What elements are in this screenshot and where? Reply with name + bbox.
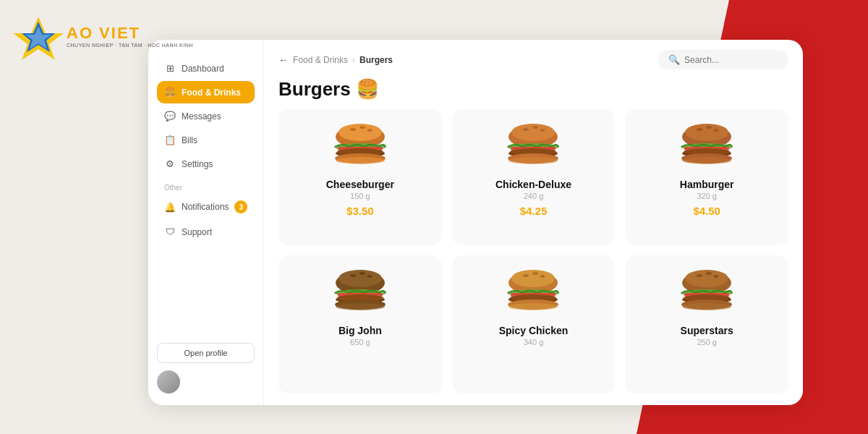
svg-point-29 <box>714 129 719 132</box>
food-price-chicken-deluxe: $4.25 <box>520 205 548 217</box>
food-image-big-john <box>328 267 393 318</box>
back-arrow[interactable]: ← <box>278 54 289 66</box>
sidebar-item-settings[interactable]: ⚙ Settings <box>157 153 255 175</box>
food-card-cheeseburger[interactable]: Cheeseburger 150 g $3.50 <box>278 109 442 245</box>
food-name-chicken-deluxe: Chicken-Deluxe <box>495 179 571 190</box>
sidebar-label-messages: Messages <box>182 111 221 122</box>
sidebar-item-dashboard[interactable]: ⊞ Dashboard <box>157 57 255 80</box>
svg-point-37 <box>339 270 382 287</box>
svg-point-57 <box>509 303 558 310</box>
food-image-chicken-deluxe <box>501 121 566 171</box>
breadcrumb-current: Burgers <box>359 55 393 65</box>
svg-point-4 <box>339 124 382 141</box>
svg-point-62 <box>714 275 719 278</box>
svg-point-15 <box>511 124 555 141</box>
logo-area: AO VIET Chuyen nghiep · Tan tam · Hoc ha… <box>13 13 193 60</box>
food-image-cheeseburger <box>328 121 393 171</box>
food-price-hamburger: $4.50 <box>693 205 720 217</box>
sidebar-label-settings: Settings <box>182 159 213 169</box>
svg-point-51 <box>540 275 545 278</box>
svg-point-59 <box>685 270 728 287</box>
food-card-hamburger[interactable]: Hamburger 320 g $4.50 <box>625 109 788 245</box>
logo-icon <box>13 13 64 60</box>
food-weight-big-john: 650 g <box>350 338 370 346</box>
search-box: 🔍 <box>658 50 788 69</box>
main-card: ⊞ Dashboard 🍔 Food & Drinks 💬 Messages 📋… <box>148 40 803 405</box>
sidebar-item-messages[interactable]: 💬 Messages <box>157 105 255 127</box>
sidebar-label-dashboard: Dashboard <box>182 64 224 74</box>
svg-point-27 <box>697 128 702 131</box>
items-grid: Cheeseburger 150 g $3.50 <box>264 109 803 405</box>
sidebar-item-bills[interactable]: 📋 Bills <box>157 129 255 151</box>
food-weight-superstars: 250 g <box>697 338 717 346</box>
food-card-superstars[interactable]: Superstars 250 g <box>625 255 788 393</box>
sidebar-label-notifications: Notifications <box>182 202 229 212</box>
food-name-hamburger: Hamburger <box>680 179 734 190</box>
food-weight-spicy-chicken: 340 g <box>524 338 544 346</box>
svg-point-26 <box>685 124 728 141</box>
sidebar-label-support: Support <box>182 227 212 237</box>
food-card-big-john[interactable]: Big John 650 g <box>278 255 442 393</box>
sidebar-label-food-drinks: Food & Drinks <box>182 88 241 98</box>
svg-point-50 <box>532 272 538 275</box>
food-image-hamburger <box>674 121 739 171</box>
svg-point-35 <box>682 157 731 164</box>
svg-point-48 <box>511 270 555 287</box>
logo-brand: AO VIET <box>67 25 193 41</box>
food-card-chicken-deluxe[interactable]: Chicken-Deluxe 240 g $4.25 <box>452 109 616 245</box>
avatar <box>157 370 180 393</box>
svg-point-6 <box>359 126 365 129</box>
breadcrumb-separator: › <box>352 55 355 65</box>
other-section-label: Other <box>157 176 255 195</box>
logo-subtitle: Chuyen nghiep · Tan tam · Hoc hanh kinh <box>67 43 193 48</box>
messages-icon: 💬 <box>164 111 176 122</box>
svg-point-68 <box>682 303 731 310</box>
svg-point-7 <box>367 129 372 132</box>
search-icon: 🔍 <box>668 54 680 65</box>
food-image-spicy-chicken <box>501 267 566 318</box>
svg-point-60 <box>697 274 702 277</box>
notification-badge: 3 <box>234 200 247 213</box>
sidebar-label-bills: Bills <box>182 135 197 145</box>
food-name-spicy-chicken: Spicy Chicken <box>499 325 569 336</box>
svg-point-5 <box>350 128 356 131</box>
svg-point-46 <box>336 303 385 310</box>
svg-point-40 <box>367 275 372 278</box>
food-image-superstars <box>674 267 739 318</box>
support-icon: 🛡 <box>164 226 176 237</box>
page-title-row: Burgers 🍔 <box>264 75 803 109</box>
svg-point-18 <box>540 129 545 132</box>
sidebar-item-support[interactable]: 🛡 Support <box>157 221 255 243</box>
breadcrumb: ← Food & Drinks › Burgers <box>278 54 393 66</box>
food-name-superstars: Superstars <box>681 325 733 336</box>
svg-point-24 <box>509 157 558 164</box>
food-weight-cheeseburger: 150 g <box>350 192 370 200</box>
svg-point-38 <box>350 274 356 277</box>
dashboard-icon: ⊞ <box>164 63 176 74</box>
svg-point-39 <box>359 272 365 275</box>
food-drinks-icon: 🍔 <box>164 87 176 98</box>
page-title: Burgers 🍔 <box>278 78 379 100</box>
svg-point-28 <box>706 126 712 129</box>
user-avatar-bar <box>157 370 255 393</box>
svg-point-17 <box>532 126 538 129</box>
svg-point-16 <box>523 128 529 131</box>
food-weight-chicken-deluxe: 240 g <box>524 192 544 200</box>
notifications-icon: 🔔 <box>164 202 176 213</box>
svg-point-13 <box>336 157 385 164</box>
logo-text: AO VIET Chuyen nghiep · Tan tam · Hoc ha… <box>67 25 193 48</box>
breadcrumb-parent: Food & Drinks <box>293 55 348 65</box>
sidebar-item-notifications[interactable]: 🔔 Notifications 3 <box>157 195 255 219</box>
svg-point-61 <box>706 272 712 275</box>
food-name-cheeseburger: Cheeseburger <box>326 179 394 190</box>
settings-icon: ⚙ <box>164 158 176 169</box>
svg-point-49 <box>523 274 529 277</box>
top-bar: ← Food & Drinks › Burgers 🔍 <box>264 40 803 75</box>
food-card-spicy-chicken[interactable]: Spicy Chicken 340 g <box>452 255 616 393</box>
search-input[interactable] <box>684 55 778 65</box>
food-price-cheeseburger: $3.50 <box>346 205 374 217</box>
sidebar-item-food-drinks[interactable]: 🍔 Food & Drinks <box>157 81 255 103</box>
food-weight-hamburger: 320 g <box>697 192 717 200</box>
open-profile-button[interactable]: Open profile <box>157 343 255 363</box>
food-name-big-john: Big John <box>339 325 382 336</box>
